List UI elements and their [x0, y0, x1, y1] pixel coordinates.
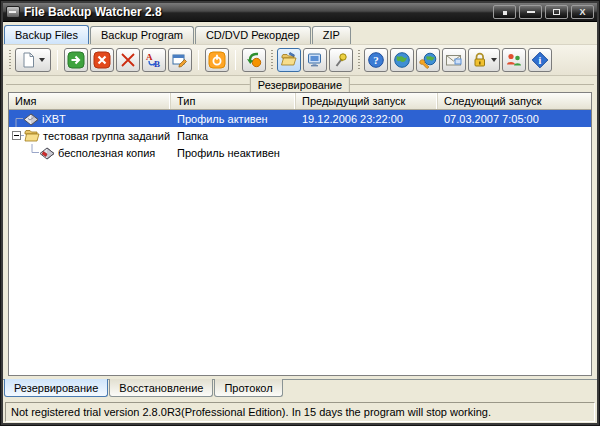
- tray-button[interactable]: [493, 5, 516, 19]
- toolbar: AB ?: [3, 45, 597, 76]
- web-button[interactable]: [390, 48, 414, 72]
- delete-x-icon: [119, 51, 137, 69]
- tree-collapse-icon[interactable]: [12, 131, 21, 140]
- svg-text:i: i: [539, 55, 542, 66]
- dropdown-caret-icon: [39, 58, 45, 62]
- toolbar-grip[interactable]: [8, 50, 11, 70]
- web-tools-button[interactable]: [416, 48, 440, 72]
- column-header-prev-run[interactable]: Предыдущий запуск: [296, 93, 438, 109]
- globe-icon: [393, 51, 411, 69]
- toolbar-separator: [57, 50, 58, 70]
- minimize-icon: [527, 11, 535, 13]
- tab-zip[interactable]: ZIP: [312, 26, 351, 44]
- table-row[interactable]: бесполезная копия Профиль неактивен: [9, 144, 591, 161]
- top-tab-strip: Backup Files Backup Program CD/DVD Рекор…: [3, 22, 597, 45]
- tree-elbow: [25, 144, 39, 161]
- row-type: Папка: [171, 130, 296, 142]
- row-name-label: тестовая группа заданий: [43, 130, 170, 142]
- tray-icon: [503, 11, 507, 15]
- app-window: File Backup Watcher 2.8 X Backup Files B…: [0, 0, 600, 426]
- table-header: Имя Тип Предыдущий запуск Следующий запу…: [9, 93, 591, 110]
- svg-text:A: A: [146, 52, 153, 62]
- new-profile-button[interactable]: [15, 48, 51, 72]
- dropdown-caret-icon: [491, 58, 497, 62]
- tab-reserve[interactable]: Резервирование: [4, 379, 108, 397]
- toolbar-grip[interactable]: [270, 50, 273, 70]
- table-row[interactable]: тестовая группа заданий Папка: [9, 127, 591, 144]
- computer-icon: [306, 51, 324, 69]
- profile-active-diamond-icon: [23, 111, 39, 127]
- tab-backup-files[interactable]: Backup Files: [4, 25, 89, 44]
- about-button[interactable]: i: [528, 48, 552, 72]
- toolbar-grip[interactable]: [357, 50, 360, 70]
- restore-button[interactable]: [242, 48, 266, 72]
- folder-edit-icon: [280, 51, 298, 69]
- help-icon: ?: [367, 51, 385, 69]
- maximize-button[interactable]: [545, 5, 568, 19]
- table-row[interactable]: iXBT Профиль активен 19.12.2006 23:22:00…: [9, 110, 591, 127]
- mail-button[interactable]: [442, 48, 466, 72]
- tab-protocol[interactable]: Протокол: [214, 379, 282, 397]
- maximize-icon: [553, 9, 560, 15]
- toolbar-separator: [235, 50, 236, 70]
- globe-wrench-icon: [419, 51, 437, 69]
- help-button[interactable]: ?: [364, 48, 388, 72]
- status-bar: Not registered trial version 2.8.0R3(Pro…: [5, 402, 595, 422]
- folder-open-icon: [24, 128, 40, 144]
- close-button[interactable]: X: [571, 5, 594, 19]
- folder-edit-button[interactable]: [277, 48, 301, 72]
- users-button[interactable]: [502, 48, 526, 72]
- pin-button[interactable]: [329, 48, 353, 72]
- rename-ab-icon: AB: [145, 51, 163, 69]
- run-button[interactable]: [64, 48, 88, 72]
- properties-button[interactable]: [168, 48, 192, 72]
- tab-cddvd-recorder[interactable]: CD/DVD Рекордер: [195, 26, 311, 44]
- tree-elbow: [9, 110, 23, 127]
- row-next-run: 07.03.2007 7:05:00: [438, 113, 591, 125]
- lock-button[interactable]: [468, 48, 500, 72]
- power-button[interactable]: [205, 48, 229, 72]
- column-header-type[interactable]: Тип: [171, 93, 296, 109]
- app-icon[interactable]: [6, 6, 20, 18]
- users-icon: [505, 51, 523, 69]
- new-page-icon: [21, 52, 36, 68]
- rename-button[interactable]: AB: [142, 48, 166, 72]
- envelope-icon: [445, 51, 463, 69]
- pin-icon: [332, 51, 350, 69]
- column-header-name[interactable]: Имя: [9, 93, 171, 109]
- titlebar: File Backup Watcher 2.8 X: [3, 3, 597, 22]
- lock-icon: [472, 52, 488, 68]
- row-type: Профиль активен: [171, 113, 296, 125]
- power-icon: [208, 51, 226, 69]
- tab-backup-program[interactable]: Backup Program: [90, 26, 194, 44]
- row-name-label: бесполезная копия: [58, 147, 155, 159]
- run-icon: [67, 51, 85, 69]
- minimize-button[interactable]: [519, 5, 542, 19]
- window-title: File Backup Watcher 2.8: [24, 5, 490, 19]
- profile-inactive-diamond-icon: [39, 145, 55, 161]
- computer-button[interactable]: [303, 48, 327, 72]
- profiles-table: Имя Тип Предыдущий запуск Следующий запу…: [8, 92, 592, 376]
- edit-window-icon: [171, 51, 189, 69]
- groupbox-backup: Резервирование Имя Тип Предыдущий запуск…: [6, 84, 594, 377]
- status-text: Not registered trial version 2.8.0R3(Pro…: [11, 406, 491, 418]
- info-diamond-icon: i: [531, 51, 549, 69]
- close-icon: X: [579, 7, 585, 17]
- stop-icon: [93, 51, 111, 69]
- tab-restore[interactable]: Восстановление: [109, 379, 213, 397]
- bottom-tab-strip: Резервирование Восстановление Протокол: [3, 379, 597, 401]
- restore-arrow-icon: [245, 51, 263, 69]
- row-name-label: iXBT: [42, 113, 66, 125]
- row-type: Профиль неактивен: [171, 147, 296, 159]
- column-header-next-run[interactable]: Следующий запуск: [438, 93, 591, 109]
- delete-button[interactable]: [116, 48, 140, 72]
- row-prev-run: 19.12.2006 23:22:00: [296, 113, 438, 125]
- svg-text:?: ?: [373, 54, 379, 66]
- toolbar-separator: [198, 50, 199, 70]
- stop-button[interactable]: [90, 48, 114, 72]
- groupbox-legend: Резервирование: [250, 77, 350, 93]
